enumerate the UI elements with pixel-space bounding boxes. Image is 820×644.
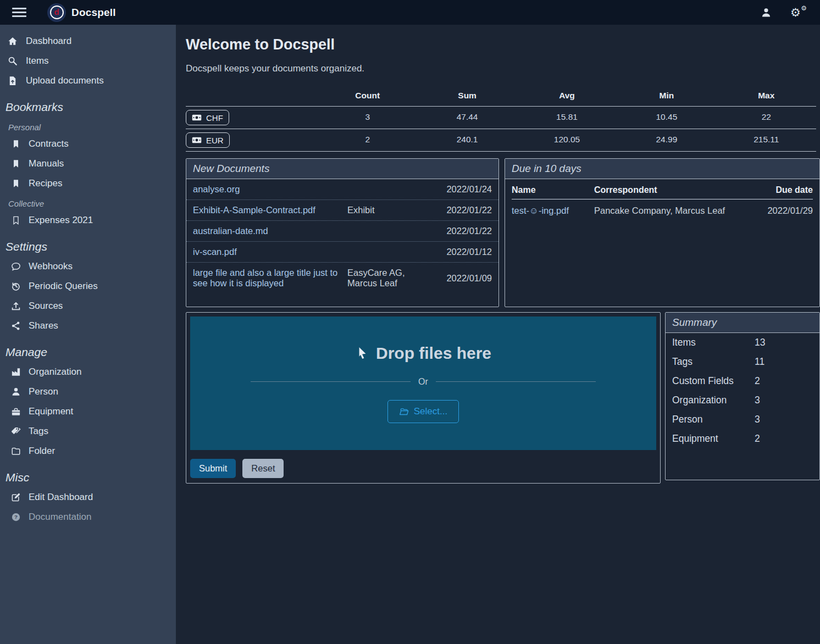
bookmark-item-expenses-2021[interactable]: Expenses 2021 [0, 210, 176, 230]
settings-section-title: Settings [0, 230, 176, 257]
bookmark-item-contracts[interactable]: Contracts [0, 134, 176, 154]
bookmark-icon [12, 159, 20, 168]
user-account-icon[interactable] [761, 7, 772, 18]
submit-button[interactable]: Submit [190, 459, 236, 478]
due-table-header: Name Correspondent Due date [512, 181, 813, 199]
sidebar-item-items[interactable]: Items [0, 51, 176, 71]
summary-row-equipment: Equipment 2 [666, 429, 819, 448]
summary-panel: Summary Items 13 Tags 11 Custom Fields 2… [665, 312, 820, 480]
bookmarks-section-title: Bookmarks [0, 91, 176, 117]
sidebar: Dasbhoard Items Upload documents Bookmar… [0, 25, 176, 644]
due-panel: Due in 10 days Name Correspondent Due da… [505, 158, 820, 307]
sidebar-item-tags[interactable]: Tags [0, 421, 176, 441]
folder-open-icon [399, 407, 409, 417]
summary-row-items: Items 13 [666, 333, 819, 352]
money-bill-icon [192, 113, 202, 123]
industry-icon [11, 367, 21, 377]
stats-col-sum: Sum [417, 87, 517, 106]
comment-icon [11, 262, 21, 271]
summary-row-tags: Tags 11 [666, 352, 819, 371]
manage-section-title: Manage [0, 336, 176, 362]
bookmarks-group-collective: Collective [0, 193, 176, 210]
misc-section-title: Misc [0, 461, 176, 487]
top-bar: d Docspell ⚙⚙ [0, 0, 820, 25]
stats-col-avg: Avg [517, 87, 617, 106]
bookmark-icon [12, 140, 20, 148]
page-subtitle: Docspell keeps your documents organized. [186, 63, 820, 74]
table-row: EUR [186, 129, 318, 151]
sidebar-item-folder[interactable]: Folder [0, 441, 176, 461]
list-item: Exhibit-A-Sample-Contract.pdf Exhibit 20… [186, 199, 498, 220]
list-item: australian-date.md 2022/01/22 [186, 220, 498, 241]
table-row: test-☺-ing.pdf Pancake Company, Marcus L… [512, 199, 813, 222]
document-link[interactable]: large file and also a large title just t… [193, 268, 343, 288]
due-panel-title: Due in 10 days [505, 159, 819, 179]
toolbox-icon [11, 407, 21, 417]
main-content: Welcome to Docspell Docspell keeps your … [176, 25, 820, 644]
stats-col-min: Min [617, 87, 716, 106]
bookmark-item-recipes[interactable]: Recipes [0, 174, 176, 193]
new-documents-panel: New Documents analyse.org 2022/01/24 Exh… [186, 158, 499, 307]
bookmark-icon [12, 179, 20, 188]
sidebar-item-sources[interactable]: Sources [0, 296, 176, 316]
upload-icon [11, 301, 21, 311]
sidebar-item-dashboard[interactable]: Dasbhoard [0, 31, 176, 51]
menu-icon[interactable] [12, 8, 26, 17]
list-item: iv-scan.pdf 2022/01/12 [186, 241, 498, 262]
sidebar-item-upload-documents[interactable]: Upload documents [0, 71, 176, 91]
file-dropzone[interactable]: Drop files here Or Select... [190, 317, 656, 450]
document-link[interactable]: iv-scan.pdf [193, 247, 343, 257]
summary-title: Summary [666, 313, 819, 333]
mouse-pointer-icon [355, 346, 369, 360]
document-link[interactable]: analyse.org [193, 184, 343, 195]
sidebar-item-person[interactable]: Person [0, 382, 176, 402]
list-item: analyse.org 2022/01/24 [186, 179, 498, 199]
select-files-button[interactable]: Select... [387, 400, 459, 423]
logo-mark-icon: d [47, 3, 66, 22]
summary-row-custom-fields: Custom Fields 2 [666, 371, 819, 391]
list-item: large file and also a large title just t… [186, 262, 498, 293]
bookmark-item-manuals[interactable]: Manuals [0, 154, 176, 174]
file-upload-icon [8, 76, 18, 86]
stats-col-max: Max [717, 87, 816, 106]
sidebar-item-documentation[interactable]: Documentation [0, 507, 176, 527]
settings-gears-icon[interactable]: ⚙⚙ [790, 7, 807, 18]
sidebar-item-organization[interactable]: Organization [0, 362, 176, 382]
table-row: CHF [186, 106, 318, 129]
sidebar-item-webhooks[interactable]: Webhooks [0, 257, 176, 276]
document-link[interactable]: australian-date.md [193, 226, 343, 236]
drop-files-label: Drop files here [355, 344, 491, 363]
summary-row-organization: Organization 3 [666, 391, 819, 410]
edit-icon [11, 492, 21, 502]
currency-stats-table: Count Sum Avg Min Max CHF 3 47.44 15.81 … [186, 87, 816, 152]
bookmark-outline-icon [12, 216, 20, 225]
document-link[interactable]: test-☺-ing.pdf [512, 206, 594, 216]
summary-row-person: Person 3 [666, 410, 819, 429]
stats-col-count: Count [318, 87, 417, 106]
sidebar-item-edit-dashboard[interactable]: Edit Dashboard [0, 487, 176, 507]
document-link[interactable]: Exhibit-A-Sample-Contract.pdf [193, 205, 343, 215]
question-circle-icon [11, 512, 21, 522]
app-title: Docspell [71, 7, 116, 19]
person-icon [11, 387, 21, 397]
page-title: Welcome to Docspell [186, 36, 820, 53]
folder-icon [11, 446, 21, 456]
history-icon [11, 281, 21, 291]
bookmarks-group-personal: Personal [0, 117, 176, 134]
reset-button[interactable]: Reset [242, 459, 284, 478]
tags-icon [11, 426, 21, 436]
sidebar-item-periodic-queries[interactable]: Periodic Queries [0, 276, 176, 296]
sidebar-item-equipment[interactable]: Equipment [0, 402, 176, 421]
docspell-logo[interactable]: d Docspell [47, 3, 116, 22]
upload-panel: Drop files here Or Select... Submit Rese… [186, 312, 661, 484]
or-divider: Or [251, 377, 596, 387]
search-icon [8, 56, 18, 66]
sidebar-item-shares[interactable]: Shares [0, 316, 176, 336]
new-documents-title: New Documents [186, 159, 498, 179]
currency-badge-chf: CHF [186, 110, 229, 125]
share-icon [11, 321, 21, 331]
currency-badge-eur: EUR [186, 132, 230, 148]
money-bill-icon [192, 135, 202, 145]
home-icon [8, 36, 18, 46]
